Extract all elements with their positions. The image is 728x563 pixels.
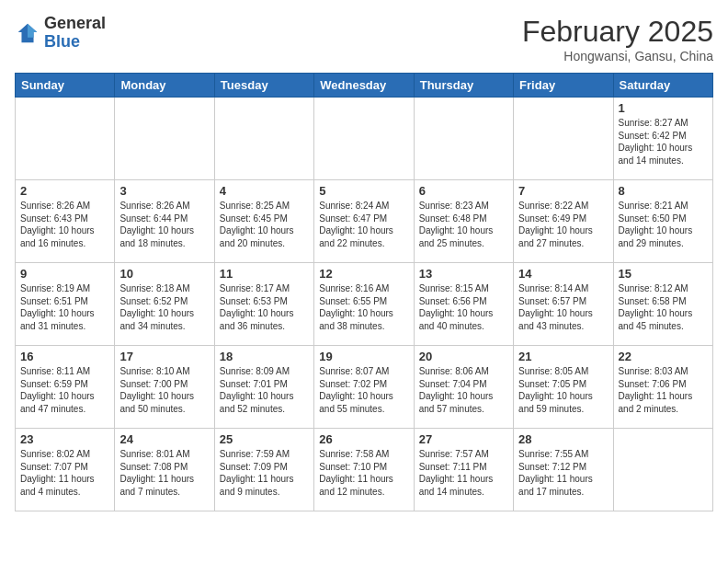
day-info: Sunrise: 8:02 AM Sunset: 7:07 PM Dayligh… [20,448,109,498]
day-info: Sunrise: 7:59 AM Sunset: 7:09 PM Dayligh… [220,448,309,498]
calendar-cell: 1Sunrise: 8:27 AM Sunset: 6:42 PM Daylig… [613,98,712,180]
calendar-cell [514,98,613,180]
day-number: 25 [220,432,309,446]
day-info: Sunrise: 8:16 AM Sunset: 6:55 PM Dayligh… [319,282,408,332]
calendar-cell [314,98,414,180]
day-info: Sunrise: 8:12 AM Sunset: 6:58 PM Dayligh… [619,282,708,332]
day-info: Sunrise: 8:11 AM Sunset: 6:59 PM Dayligh… [20,365,109,415]
calendar-cell: 16Sunrise: 8:11 AM Sunset: 6:59 PM Dayli… [16,346,115,429]
day-info: Sunrise: 8:15 AM Sunset: 6:56 PM Dayligh… [419,282,508,332]
day-info: Sunrise: 8:18 AM Sunset: 6:52 PM Dayligh… [119,282,209,332]
day-info: Sunrise: 7:55 AM Sunset: 7:12 PM Dayligh… [518,448,608,498]
logo-icon [15,20,40,46]
calendar-cell: 19Sunrise: 8:07 AM Sunset: 7:02 PM Dayli… [314,346,414,429]
calendar-cell [214,98,313,180]
calendar-cell: 4Sunrise: 8:25 AM Sunset: 6:45 PM Daylig… [214,180,313,263]
day-info: Sunrise: 8:24 AM Sunset: 6:47 PM Dayligh… [319,200,408,249]
day-info: Sunrise: 7:58 AM Sunset: 7:10 PM Dayligh… [319,448,408,498]
calendar-cell: 2Sunrise: 8:26 AM Sunset: 6:43 PM Daylig… [16,180,115,263]
calendar-cell: 15Sunrise: 8:12 AM Sunset: 6:58 PM Dayli… [613,263,712,346]
day-info: Sunrise: 8:22 AM Sunset: 6:49 PM Dayligh… [518,200,608,249]
calendar-cell: 28Sunrise: 7:55 AM Sunset: 7:12 PM Dayli… [514,429,613,511]
day-number: 9 [20,267,109,281]
calendar-cell: 6Sunrise: 8:23 AM Sunset: 6:48 PM Daylig… [414,180,513,263]
day-info: Sunrise: 8:19 AM Sunset: 6:51 PM Dayligh… [20,282,109,332]
calendar-week-row: 16Sunrise: 8:11 AM Sunset: 6:59 PM Dayli… [16,346,713,429]
calendar-header-row: SundayMondayTuesdayWednesdayThursdayFrid… [16,74,713,98]
calendar-week-row: 23Sunrise: 8:02 AM Sunset: 7:07 PM Dayli… [16,429,713,511]
day-number: 6 [419,184,508,198]
calendar-header-thursday: Thursday [414,74,513,98]
calendar-cell: 3Sunrise: 8:26 AM Sunset: 6:44 PM Daylig… [115,180,214,263]
day-number: 21 [518,350,608,363]
day-number: 5 [319,184,408,198]
calendar-cell: 26Sunrise: 7:58 AM Sunset: 7:10 PM Dayli… [314,429,414,511]
calendar-cell [16,98,115,180]
day-number: 18 [220,350,309,363]
calendar-week-row: 9Sunrise: 8:19 AM Sunset: 6:51 PM Daylig… [16,263,713,346]
calendar-header-monday: Monday [115,74,214,98]
calendar-cell: 12Sunrise: 8:16 AM Sunset: 6:55 PM Dayli… [314,263,414,346]
calendar-cell: 17Sunrise: 8:10 AM Sunset: 7:00 PM Dayli… [115,346,214,429]
day-number: 19 [319,350,408,363]
calendar-cell: 21Sunrise: 8:05 AM Sunset: 7:05 PM Dayli… [514,346,613,429]
calendar-cell: 10Sunrise: 8:18 AM Sunset: 6:52 PM Dayli… [115,263,214,346]
day-info: Sunrise: 8:03 AM Sunset: 7:06 PM Dayligh… [619,365,708,415]
svg-marker-1 [28,24,37,38]
day-info: Sunrise: 8:23 AM Sunset: 6:48 PM Dayligh… [419,200,508,249]
calendar-cell [613,429,712,511]
day-number: 12 [319,267,408,281]
day-number: 10 [119,267,209,281]
calendar-week-row: 1Sunrise: 8:27 AM Sunset: 6:42 PM Daylig… [16,98,713,180]
day-number: 23 [20,432,109,446]
day-info: Sunrise: 7:57 AM Sunset: 7:11 PM Dayligh… [419,448,508,498]
day-number: 8 [619,184,708,198]
calendar-cell: 14Sunrise: 8:14 AM Sunset: 6:57 PM Dayli… [514,263,613,346]
day-number: 28 [518,432,608,446]
title-block: February 2025 Hongwansi, Gansu, China [522,15,713,63]
day-number: 11 [220,267,309,281]
day-number: 13 [419,267,508,281]
calendar-week-row: 2Sunrise: 8:26 AM Sunset: 6:43 PM Daylig… [16,180,713,263]
calendar-cell: 11Sunrise: 8:17 AM Sunset: 6:53 PM Dayli… [214,263,313,346]
day-info: Sunrise: 8:07 AM Sunset: 7:02 PM Dayligh… [319,365,408,415]
day-info: Sunrise: 8:01 AM Sunset: 7:08 PM Dayligh… [119,448,209,498]
day-info: Sunrise: 8:26 AM Sunset: 6:43 PM Dayligh… [20,200,109,249]
calendar-header-tuesday: Tuesday [214,74,313,98]
day-number: 3 [119,184,209,198]
day-info: Sunrise: 8:27 AM Sunset: 6:42 PM Dayligh… [619,117,708,167]
day-number: 4 [220,184,309,198]
day-info: Sunrise: 8:17 AM Sunset: 6:53 PM Dayligh… [220,282,309,332]
day-info: Sunrise: 8:25 AM Sunset: 6:45 PM Dayligh… [220,200,309,249]
calendar-cell: 27Sunrise: 7:57 AM Sunset: 7:11 PM Dayli… [414,429,513,511]
day-number: 1 [619,101,708,115]
calendar-cell: 5Sunrise: 8:24 AM Sunset: 6:47 PM Daylig… [314,180,414,263]
calendar-cell: 7Sunrise: 8:22 AM Sunset: 6:49 PM Daylig… [514,180,613,263]
day-number: 15 [619,267,708,281]
logo-text: General Blue [44,15,106,52]
day-number: 14 [518,267,608,281]
day-number: 2 [20,184,109,198]
calendar-header-friday: Friday [514,74,613,98]
day-info: Sunrise: 8:10 AM Sunset: 7:00 PM Dayligh… [119,365,209,415]
day-number: 17 [119,350,209,363]
calendar-cell [414,98,513,180]
day-info: Sunrise: 8:14 AM Sunset: 6:57 PM Dayligh… [518,282,608,332]
calendar-cell: 8Sunrise: 8:21 AM Sunset: 6:50 PM Daylig… [613,180,712,263]
calendar-cell: 9Sunrise: 8:19 AM Sunset: 6:51 PM Daylig… [16,263,115,346]
day-number: 27 [419,432,508,446]
logo: General Blue [15,15,106,52]
calendar-header-wednesday: Wednesday [314,74,414,98]
calendar-cell: 22Sunrise: 8:03 AM Sunset: 7:06 PM Dayli… [613,346,712,429]
calendar-cell: 25Sunrise: 7:59 AM Sunset: 7:09 PM Dayli… [214,429,313,511]
calendar-cell: 18Sunrise: 8:09 AM Sunset: 7:01 PM Dayli… [214,346,313,429]
calendar-header-sunday: Sunday [16,74,115,98]
day-info: Sunrise: 8:06 AM Sunset: 7:04 PM Dayligh… [419,365,508,415]
day-info: Sunrise: 8:26 AM Sunset: 6:44 PM Dayligh… [119,200,209,249]
calendar-table: SundayMondayTuesdayWednesdayThursdayFrid… [15,73,713,511]
calendar-cell: 13Sunrise: 8:15 AM Sunset: 6:56 PM Dayli… [414,263,513,346]
location-subtitle: Hongwansi, Gansu, China [522,49,713,63]
day-number: 24 [119,432,209,446]
day-number: 26 [319,432,408,446]
day-info: Sunrise: 8:09 AM Sunset: 7:01 PM Dayligh… [220,365,309,415]
